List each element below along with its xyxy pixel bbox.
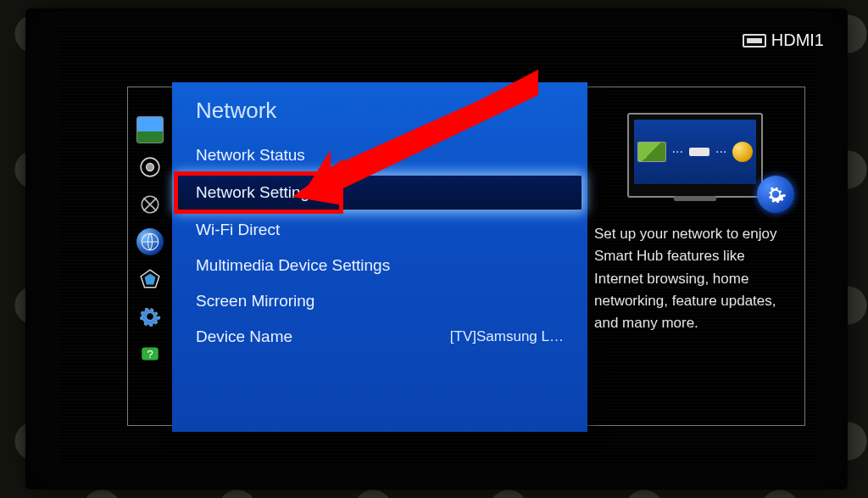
menu-item-label: Wi-Fi Direct: [196, 221, 280, 239]
menu-list: Network Status Network Settings Wi-Fi Di…: [172, 137, 587, 355]
menu-panel: Network Network Status Network Settings: [172, 82, 587, 432]
svg-text:?: ?: [147, 348, 153, 361]
system-icon[interactable]: [136, 303, 164, 330]
menu-item-device-name[interactable]: Device Name [TV]Samsung L…: [172, 319, 587, 355]
menu-item-label: Device Name: [196, 327, 292, 346]
network-icon[interactable]: [136, 228, 164, 255]
broadcast-icon[interactable]: [136, 191, 164, 218]
input-source-badge: HDMI1: [743, 31, 824, 50]
menu-item-multimedia-device-settings[interactable]: Multimedia Device Settings: [172, 248, 587, 283]
menu-item-network-status[interactable]: Network Status: [172, 137, 587, 173]
svg-marker-5: [145, 274, 156, 285]
category-rail: ?: [133, 116, 167, 417]
mini-globe-icon: [732, 142, 753, 162]
mini-router-icon: [689, 148, 709, 156]
menu-title: Network: [172, 98, 587, 137]
smart-hub-icon[interactable]: [136, 266, 164, 293]
input-source-label: HDMI1: [771, 31, 824, 50]
mini-picture-icon: [637, 142, 666, 162]
menu-item-label: Screen Mirroring: [196, 292, 314, 311]
info-description: Set up your network to enjoy Smart Hub f…: [594, 223, 796, 335]
menu-item-screen-mirroring[interactable]: Screen Mirroring: [172, 283, 587, 319]
info-panel: ··· ··· Set up your network to enjoy Sma…: [594, 96, 796, 417]
gear-badge-icon: [757, 176, 794, 213]
tv-mock-icon: ··· ···: [627, 113, 763, 198]
hdmi-icon: [743, 34, 766, 48]
menu-item-value: [TV]Samsung L…: [450, 328, 564, 345]
settings-frame: ? Network Network Status Network Setting…: [127, 87, 805, 426]
menu-item-label: Network Status: [196, 146, 305, 165]
menu-item-network-settings[interactable]: Network Settings: [177, 175, 582, 210]
sound-icon[interactable]: [136, 154, 164, 181]
menu-item-label: Network Settings: [196, 183, 318, 202]
menu-item-label: Multimedia Device Settings: [196, 256, 390, 275]
support-icon[interactable]: ?: [136, 340, 164, 367]
menu-item-wifi-direct[interactable]: Wi-Fi Direct: [172, 212, 587, 248]
picture-icon[interactable]: [136, 116, 164, 143]
svg-point-1: [147, 164, 154, 171]
preview-illustration: ··· ···: [594, 96, 796, 215]
